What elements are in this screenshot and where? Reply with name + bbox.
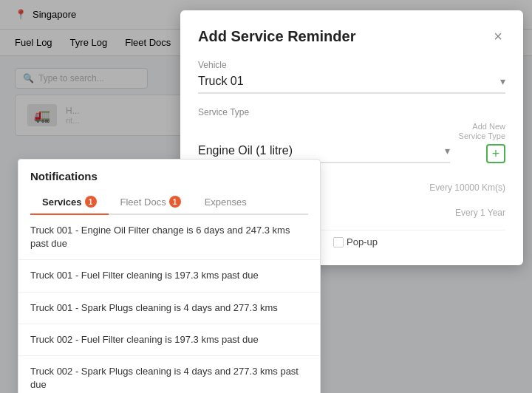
service-type-field-group: Service Type Engine Oil (1 litre) ▾ Add … [198, 107, 505, 163]
modal-header: Add Service Reminder × [198, 28, 505, 45]
notification-item-3: Truck 001 - Spark Plugs cleaning is 4 da… [18, 293, 320, 324]
tab-fleet-docs-label: Fleet Docs [120, 196, 166, 208]
notifications-header: Notifications Services 1 Fleet Docs 1 Ex… [18, 160, 320, 215]
notification-item-1: Truck 001 - Engine Oil Filter change is … [18, 215, 320, 260]
notifications-title: Notifications [30, 170, 308, 182]
notifications-panel: Notifications Services 1 Fleet Docs 1 Ex… [18, 159, 321, 393]
service-type-chevron-icon: ▾ [445, 145, 450, 157]
notification-item-4: Truck 002 - Fuel Filter cleaning is 197.… [18, 324, 320, 356]
notification-item-2: Truck 001 - Fuel Filter cleaning is 197.… [18, 260, 320, 292]
vehicle-select[interactable]: Truck 01 ▾ [198, 75, 505, 94]
services-badge: 1 [85, 196, 97, 208]
fleet-docs-badge: 1 [169, 196, 181, 208]
modal-title: Add Service Reminder [198, 28, 355, 45]
notifications-tabs: Services 1 Fleet Docs 1 Expenses [30, 190, 308, 215]
add-new-service-label: Add NewService Type [459, 122, 505, 141]
tab-services-label: Services [42, 196, 82, 208]
popup-checkbox-item[interactable]: Pop-up [333, 236, 378, 247]
tab-services[interactable]: Services 1 [30, 190, 109, 215]
popup-label: Pop-up [347, 236, 378, 247]
vehicle-value: Truck 01 [198, 75, 244, 88]
modal-close-button[interactable]: × [491, 28, 505, 45]
every-year-text: Every 1 Year [455, 208, 505, 218]
vehicle-label: Vehicle [198, 60, 505, 70]
vehicle-chevron-icon: ▾ [500, 75, 505, 87]
notification-item-5: Truck 002 - Spark Plugs cleaning is 4 da… [18, 356, 320, 393]
service-type-row: Engine Oil (1 litre) ▾ Add NewService Ty… [198, 122, 505, 163]
tab-fleet-docs[interactable]: Fleet Docs 1 [109, 190, 193, 213]
tab-expenses[interactable]: Expenses [193, 190, 259, 213]
vehicle-field-group: Vehicle Truck 01 ▾ [198, 60, 505, 94]
tab-expenses-label: Expenses [205, 196, 247, 208]
notifications-items: Truck 001 - Engine Oil Filter change is … [18, 215, 320, 393]
service-type-value: Engine Oil (1 litre) [198, 144, 293, 157]
service-type-label: Service Type [198, 107, 505, 117]
add-new-service-button[interactable]: + [486, 144, 505, 163]
popup-checkbox-unchecked-icon [333, 237, 344, 247]
interval-text: Every 10000 Km(s) [429, 182, 505, 193]
add-new-service-section: Add NewService Type + [459, 122, 505, 163]
